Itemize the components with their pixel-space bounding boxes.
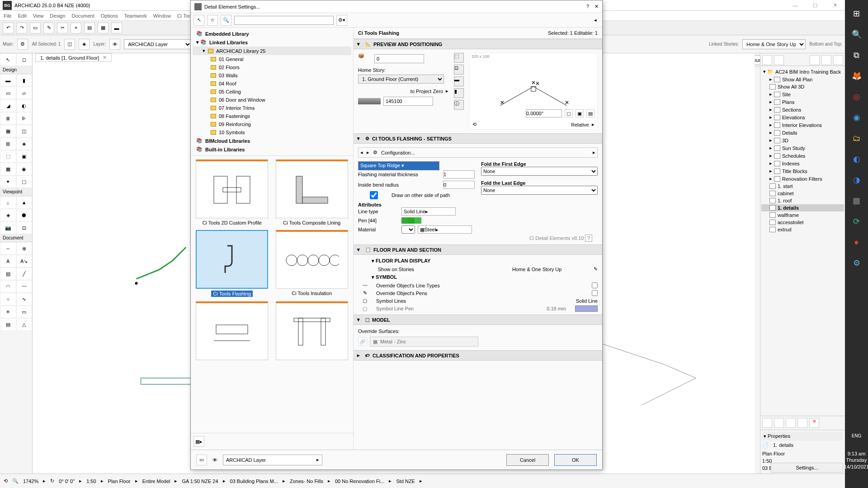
rotate-icon[interactable]: ⟲ — [472, 122, 476, 127]
arc-tool[interactable]: ◠ — [0, 280, 16, 293]
text-tool[interactable]: A — [0, 255, 16, 267]
bp-value[interactable]: 03 Building Plans M... — [230, 479, 278, 484]
column-tool[interactable]: ▮ — [16, 74, 33, 87]
tree-item[interactable]: ▸ Interior Elevations — [761, 121, 844, 129]
nav-bottom-btn[interactable] — [797, 418, 807, 428]
sync-icon[interactable]: ⟳ — [847, 211, 867, 231]
help-box-icon[interactable]: ? — [585, 235, 592, 242]
view-mode-icon[interactable]: ▦▸ — [193, 436, 204, 447]
tree-item[interactable]: ▸ Site — [761, 90, 844, 98]
elevation-tool[interactable]: ▲ — [16, 196, 33, 209]
circle-tool[interactable]: ○ — [0, 293, 16, 305]
tree-item-selected[interactable]: 1. details — [761, 204, 844, 211]
geometry-icon[interactable]: ◈ — [79, 39, 90, 50]
vivaldi-icon[interactable]: ◎ — [847, 87, 867, 107]
lib-folder[interactable]: 01 General — [193, 55, 351, 63]
viewpoint-section[interactable]: Viewpoint — [0, 188, 32, 196]
tree-item[interactable]: ▸ Title Blocks — [761, 167, 844, 175]
camera-tool[interactable]: 📷 — [0, 221, 16, 234]
nav-bottom-btn[interactable] — [774, 418, 784, 428]
tool-icon[interactable]: ✎ — [43, 23, 54, 33]
tool-icon[interactable]: ▬ — [111, 23, 122, 33]
home-story-select[interactable]: 1. Ground Floor (Current) — [358, 75, 444, 84]
mirror-icon[interactable]: ▤ — [586, 109, 594, 117]
menu-window[interactable]: Window — [153, 13, 171, 19]
view-settings-button[interactable]: Settings... — [771, 463, 843, 473]
std-value[interactable]: Std NZE — [396, 479, 415, 484]
3d-tool[interactable]: ⬢ — [16, 209, 33, 221]
nav-next-icon[interactable]: ▸ — [367, 150, 369, 155]
cancel-button[interactable]: Cancel — [506, 454, 549, 466]
elevation-input[interactable] — [383, 97, 433, 106]
geometry-icon[interactable]: ◫ — [64, 39, 75, 50]
polyline-tool[interactable]: 〰 — [16, 280, 33, 293]
thumb-item[interactable]: Ci Tools Composite Lining — [274, 160, 350, 225]
configuration-button[interactable]: Configuration... — [381, 150, 589, 155]
search-icon[interactable]: 🔍 — [847, 24, 867, 44]
lib-folder[interactable]: 05 Ceiling — [193, 88, 351, 96]
section-tool[interactable]: ⟂ — [0, 196, 16, 209]
tree-item[interactable]: 1. roof — [761, 197, 844, 204]
eye-icon[interactable]: 👁 — [212, 457, 217, 463]
menu-teamwork[interactable]: Teamwork — [124, 13, 147, 19]
tool-icon[interactable]: ⌖ — [71, 23, 81, 33]
nav-btn[interactable] — [810, 55, 820, 65]
edit-icon[interactable]: ✎ — [594, 266, 598, 272]
layer-select[interactable]: ARCHICAD Layer — [124, 39, 192, 49]
lib-folder[interactable]: 02 Floors — [193, 63, 351, 71]
eye-icon[interactable]: 👁 — [109, 39, 120, 50]
lib-folder[interactable]: 10 Symbols — [193, 128, 351, 136]
system-clock[interactable]: 9:13 am Thursday 14/10/2021 — [844, 450, 868, 470]
dlg-search-icon[interactable]: 🔍 — [221, 15, 231, 26]
beam-tool[interactable]: ▭ — [0, 87, 16, 99]
menu-document[interactable]: Document — [72, 13, 94, 19]
tree-item[interactable]: ▸ Show All Plan — [761, 75, 844, 83]
preview-section-header[interactable]: ▾📐 PREVIEW AND POSITIONING — [354, 39, 602, 49]
tree-item[interactable]: ▸ Indexes — [761, 160, 844, 167]
tree-item[interactable]: cabinet — [761, 190, 844, 197]
lib-folder[interactable]: 07 Interior Trims — [193, 104, 351, 112]
ie-tool[interactable]: ◈ — [0, 209, 16, 221]
lib-folder[interactable]: 09 Reinforcing — [193, 120, 351, 128]
zones-value[interactable]: Zones- No Fills — [290, 479, 323, 484]
preview-viewport[interactable]: 325 x 100 ✕✕✕✕ ⟲ Relative ▸ ▢ ▣ ▤ — [469, 53, 598, 130]
pen-swatch[interactable] — [401, 217, 421, 224]
model-value[interactable]: Entire Model — [142, 479, 170, 484]
menu-view[interactable]: View — [33, 13, 44, 19]
nav-prev-icon[interactable]: ◂ — [360, 150, 363, 155]
level-tool[interactable]: ⊕ — [16, 242, 33, 255]
layer-select[interactable]: ARCHICAD Layer▸ — [223, 455, 322, 465]
navigator-tree[interactable]: ▾ 📁 AC24 BIM Intro Training Back ▸ Show … — [760, 66, 845, 416]
pen-color-swatch[interactable] — [575, 305, 598, 312]
tool-icon[interactable]: ▦ — [98, 23, 108, 33]
angle-value[interactable]: 0° 0' 0" — [59, 479, 75, 484]
powerpoint-icon[interactable]: ● — [847, 232, 867, 252]
nav-btn[interactable] — [762, 55, 772, 65]
nav-bottom-btn[interactable] — [786, 418, 796, 428]
archicad-icon[interactable]: ▦ — [847, 191, 867, 211]
dim-tool[interactable]: ↔ — [0, 242, 16, 255]
arrow-tool[interactable]: ↖ — [0, 53, 16, 66]
nav-btn[interactable] — [833, 55, 843, 65]
firefox-icon[interactable]: 🦊 — [847, 66, 867, 86]
link-icon[interactable]: 🔗 — [358, 337, 367, 346]
help-icon[interactable]: ? — [586, 4, 589, 9]
curtain-wall-tool[interactable]: ▦ — [0, 125, 16, 137]
settings-section-header[interactable]: ▾⚙ CI TOOLS FLASHING - SETTINGS — [354, 133, 602, 144]
reno-value[interactable]: 00 No Renovation Fi... — [335, 479, 384, 484]
tree-item[interactable]: ▸ Plans — [761, 98, 844, 106]
material-select[interactable]: ▦ Steel ▸ — [418, 225, 472, 234]
tree-item[interactable]: ▸ Sun Study — [761, 144, 844, 152]
ok-button[interactable]: OK — [554, 454, 597, 466]
tree-item[interactable]: Show All 3D — [761, 83, 844, 90]
settings-gear-icon[interactable]: ⚙▾ — [336, 15, 347, 26]
library-search-input[interactable] — [234, 16, 334, 25]
favorite-icon[interactable]: ☆ — [207, 15, 218, 26]
mirror-icon[interactable]: ▣ — [576, 109, 584, 117]
marquee-tool[interactable]: ◻ — [16, 53, 33, 66]
nav-delete-btn[interactable]: ✕ — [809, 418, 819, 428]
dialog-titlebar[interactable]: Detail Element Settings... ? ✕ — [191, 0, 602, 13]
fold-first-select[interactable]: None — [481, 167, 598, 176]
info-icon[interactable]: ⓘ — [454, 100, 464, 110]
tree-item[interactable]: accesstoilet — [761, 219, 844, 226]
